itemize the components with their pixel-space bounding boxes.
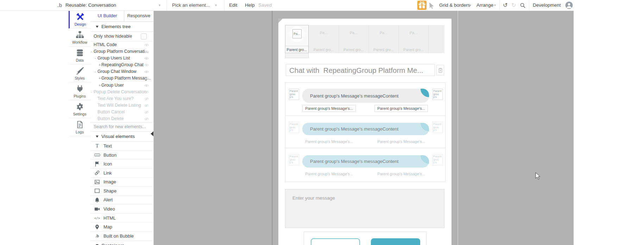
avatar-placeholder[interactable]: Parent group's	[289, 122, 299, 133]
message-bubble[interactable]: Parent group's Message's messageContent	[302, 89, 429, 103]
message-meta-left[interactable]: Parent group's Message's...	[302, 105, 356, 112]
design-canvas[interactable]: Pa... Parent gro... Pa... Parent gro... …	[153, 11, 574, 245]
grid-borders-menu[interactable]: Grid & borders	[439, 0, 470, 11]
tree-row[interactable]: Button Delete	[91, 115, 153, 122]
tree-row[interactable]: - Group Platform Conversati...	[91, 48, 153, 55]
palette-item-alert[interactable]: Alert	[91, 196, 153, 205]
palette-item-map[interactable]: Map	[91, 222, 153, 232]
message-meta-left[interactable]: Parent group's Message's...	[302, 138, 356, 145]
user-cell[interactable]: Pa... Parent gro...	[398, 25, 428, 53]
user-cell[interactable]: Pa... Parent gro...	[309, 25, 339, 53]
visibility-eye-icon[interactable]	[144, 63, 149, 67]
chevron-down-icon[interactable]: ▾	[215, 0, 217, 11]
visibility-eye-icon[interactable]	[144, 50, 149, 54]
users-repeating-group[interactable]: Pa... Parent gro... Pa... Parent gro... …	[285, 25, 445, 53]
arrange-menu[interactable]: Arrange	[476, 0, 493, 11]
visibility-eye-icon[interactable]	[144, 77, 149, 80]
tree-row[interactable]: + Group Platform Messag...	[91, 75, 153, 82]
user-cell[interactable]: Pa... Parent gro...	[339, 25, 368, 53]
pointer-tool-icon[interactable]	[429, 2, 435, 9]
reusable-element-page[interactable]: Pa... Parent gro... Pa... Parent gro... …	[278, 19, 452, 245]
panel-collapse-handle[interactable]	[151, 131, 153, 136]
tree-row[interactable]: - Popup Delete Conversation	[91, 89, 153, 95]
palette-item-video[interactable]: Video	[91, 205, 153, 214]
visibility-eye-icon[interactable]	[144, 97, 149, 101]
visibility-eye-icon[interactable]	[144, 111, 149, 114]
message-row[interactable]: Parent group's Parent group's Message's …	[285, 82, 446, 116]
tree-row[interactable]: HTML Code	[91, 42, 153, 48]
message-row[interactable]: Parent group's Parent group's Message's …	[285, 115, 446, 148]
palette-item-text[interactable]: T Text	[91, 142, 153, 151]
user-cell[interactable]	[428, 25, 444, 53]
sidebar-item-logs[interactable]: Logs	[69, 118, 91, 136]
section-header-containers[interactable]: Containers	[91, 241, 153, 245]
avatar-placeholder[interactable]: Parent group's	[433, 89, 443, 100]
undo-icon[interactable]: ↺	[503, 0, 507, 11]
tree-row[interactable]: Text Are You sure?	[91, 95, 153, 102]
message-meta-right[interactable]: Parent group's Message's...	[374, 138, 428, 145]
tree-row[interactable]: + Group User	[91, 82, 153, 89]
message-row[interactable]: Parent group's Parent group's Message's …	[285, 148, 446, 182]
chevron-down-icon[interactable]: ▾	[494, 0, 496, 11]
message-meta-left[interactable]: Parent group's Message's...	[302, 170, 356, 177]
palette-item-shape[interactable]: Shape	[91, 187, 153, 196]
help-menu[interactable]: Help	[245, 0, 255, 11]
tree-toggle[interactable]: -	[91, 89, 92, 95]
element-picker-dropdown[interactable]: Pick an element...	[172, 0, 210, 11]
palette-item-button[interactable]: CLICK Button	[91, 151, 153, 160]
sidebar-item-styles[interactable]: Styles	[69, 64, 91, 82]
search-new-elements-input[interactable]: Search for new elements...	[91, 122, 153, 132]
edit-menu[interactable]: Edit	[229, 0, 237, 11]
messages-repeating-group[interactable]: Parent group's Parent group's Message's …	[285, 83, 446, 182]
tab-ui-builder[interactable]: UI Builder	[91, 11, 124, 21]
palette-item-link[interactable]: Link	[91, 169, 153, 178]
avatar-placeholder[interactable]: Parent group's	[289, 89, 299, 100]
message-bubble[interactable]: Parent group's Message's messageContent	[302, 155, 429, 168]
tree-row[interactable]: - Group Users List	[91, 55, 153, 62]
visibility-eye-icon[interactable]	[144, 84, 149, 87]
sidebar-item-data[interactable]: Data	[69, 46, 91, 64]
chevron-down-icon[interactable]: ▾	[469, 0, 471, 11]
tab-responsive[interactable]: Responsive	[124, 11, 153, 21]
avatar-placeholder[interactable]: Parent group's	[433, 154, 443, 165]
tree-toggle[interactable]: -	[95, 55, 96, 62]
page-dropdown[interactable]: Reusable: Conversation	[65, 0, 116, 11]
message-meta-right[interactable]: Parent group's Message's...	[374, 170, 428, 177]
tree-toggle[interactable]: +	[99, 62, 101, 68]
sidebar-item-settings[interactable]: Settings	[69, 100, 91, 118]
avatar-placeholder[interactable]: Parent group's	[289, 154, 299, 165]
environment-dropdown[interactable]: Development	[533, 0, 561, 11]
only-show-hideable-checkbox[interactable]	[141, 33, 147, 39]
chevron-down-icon[interactable]: ▾	[159, 0, 160, 11]
palette-item-built-on-bubble[interactable]: .b Built on Bubble	[91, 232, 153, 241]
chevron-down-icon[interactable]: ▾	[559, 0, 561, 11]
visibility-eye-icon[interactable]	[144, 57, 149, 60]
delete-conversation-button[interactable]	[436, 65, 444, 75]
search-icon[interactable]	[520, 3, 525, 8]
message-input[interactable]: Enter your message	[285, 189, 444, 228]
message-bubble[interactable]: Parent group's Message's messageContent	[302, 123, 429, 135]
sidebar-item-workflow[interactable]: Workflow	[69, 29, 91, 46]
user-cell[interactable]: Pa... Parent gro...	[285, 25, 309, 53]
sidebar-item-design[interactable]: Design	[69, 11, 91, 29]
secondary-button[interactable]	[311, 238, 360, 245]
palette-item-image[interactable]: Image	[91, 178, 153, 187]
visibility-eye-icon[interactable]	[144, 70, 149, 74]
palette-item-icon[interactable]: Icon	[91, 159, 153, 169]
elements-tree-header[interactable]: Elements tree	[91, 22, 153, 32]
sidebar-item-plugins[interactable]: Plugins	[69, 82, 91, 100]
avatar-placeholder[interactable]: Parent group's	[433, 122, 443, 133]
tree-toggle[interactable]: -	[91, 48, 92, 55]
tree-toggle[interactable]: +	[99, 75, 101, 82]
visibility-eye-icon[interactable]	[144, 43, 149, 47]
tree-row[interactable]: - Group Chat Window	[91, 68, 153, 75]
user-cell[interactable]: Pa... Parent gro...	[368, 25, 398, 53]
visibility-eye-icon[interactable]	[144, 117, 149, 121]
primary-button[interactable]	[371, 238, 420, 245]
tree-toggle[interactable]: -	[95, 68, 96, 75]
visual-elements-header[interactable]: Visual elements	[91, 132, 153, 142]
user-avatar-icon[interactable]	[565, 1, 573, 9]
tree-row[interactable]: Button Cancel	[91, 109, 153, 115]
tree-toggle[interactable]: +	[99, 82, 101, 89]
message-meta-right[interactable]: Parent group's Message's...	[374, 105, 428, 112]
